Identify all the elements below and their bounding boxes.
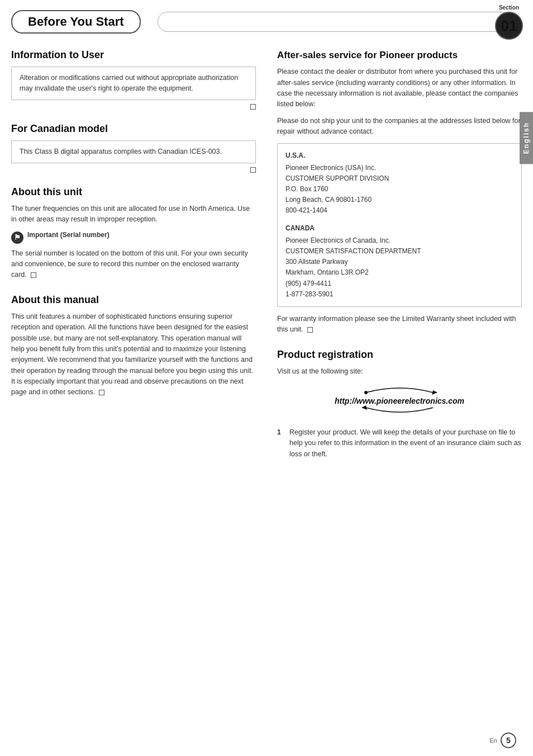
canada-title: CANADA <box>285 223 513 234</box>
page-header: Before You Start Section 01 <box>0 0 533 34</box>
important-label: Important (Serial number) <box>27 231 110 239</box>
section-badge-area: Section 01 <box>495 4 523 40</box>
after-sales-body1: Please contact the dealer or distributor… <box>277 67 522 110</box>
usa-line-1: Pioneer Electronics (USA) Inc. <box>285 163 513 173</box>
end-square-icon-2 <box>250 167 256 173</box>
left-column: Information to User Alteration or modifi… <box>11 49 272 460</box>
canada-line-2: CUSTOMER SATISFACTION DEPARTMENT <box>285 246 513 257</box>
canadian-model-text: This Class B digital apparatus complies … <box>20 148 222 155</box>
warranty-note: For warranty information please see the … <box>277 314 522 336</box>
canada-line-1: Pioneer Electronics of Canada, Inc. <box>285 235 513 246</box>
page-footer: En 5 <box>490 733 516 748</box>
address-box: U.S.A. Pioneer Electronics (USA) Inc. CU… <box>277 143 522 307</box>
canada-line-6: 1-877-283-5901 <box>285 289 513 300</box>
usa-address-block: U.S.A. Pioneer Electronics (USA) Inc. CU… <box>285 150 513 216</box>
numbered-item-1: 1 Register your product. We will keep th… <box>277 427 522 460</box>
section-number: 01 <box>495 12 523 40</box>
usa-line-2: CUSTOMER SUPPORT DIVISION <box>285 173 513 184</box>
item1-number: 1 <box>277 427 285 460</box>
after-sales-body2: Please do not ship your unit to the comp… <box>277 116 522 138</box>
product-registration-heading: Product registration <box>277 349 522 361</box>
svg-point-1 <box>364 391 368 394</box>
usa-line-5: 800-421-1404 <box>285 205 513 216</box>
item1-text: Register your product. We will keep the … <box>289 427 522 460</box>
info-to-user-text: Alteration or modifications carried out … <box>20 74 238 92</box>
end-square-icon-3 <box>31 272 36 278</box>
about-manual-heading: About this manual <box>11 294 256 306</box>
end-square-icon <box>250 104 256 110</box>
about-manual-text: This unit features a number of sophistic… <box>11 313 253 396</box>
canadian-model-heading: For Canadian model <box>11 123 256 135</box>
about-unit-important-body: The serial number is located on the bott… <box>11 248 256 281</box>
important-note: ⚑ Important (Serial number) <box>11 231 256 244</box>
usa-title: U.S.A. <box>285 150 513 161</box>
url-arrow-above <box>277 382 522 396</box>
svg-marker-2 <box>361 405 367 410</box>
about-unit-heading: About this unit <box>11 186 256 198</box>
page-title: Before You Start <box>11 10 141 34</box>
canada-line-3: 300 Allstate Parkway <box>285 257 513 267</box>
url-arrow-below <box>277 405 522 419</box>
footer-lang: En <box>490 737 497 744</box>
canada-line-5: (905) 479-4411 <box>285 278 513 289</box>
canadian-model-end-marker <box>11 167 256 173</box>
info-to-user-end-marker <box>11 103 256 110</box>
url-container: http://www.pioneerelectronics.com <box>277 382 522 419</box>
warranty-note-text: For warranty information please see the … <box>277 315 516 333</box>
info-to-user-heading: Information to User <box>11 49 256 61</box>
usa-line-4: Long Beach, CA 90801-1760 <box>285 195 513 205</box>
canadian-model-box: This Class B digital apparatus complies … <box>11 140 256 163</box>
right-column: After-sales service for Pioneer products… <box>272 49 522 460</box>
header-center-pill <box>158 12 511 32</box>
canada-address-block: CANADA Pioneer Electronics of Canada, In… <box>285 223 513 300</box>
after-sales-heading: After-sales service for Pioneer products <box>277 49 522 61</box>
usa-line-3: P.O. Box 1760 <box>285 184 513 195</box>
main-content: Information to User Alteration or modifi… <box>0 39 533 460</box>
sidebar-language-label: English <box>520 112 533 164</box>
canada-line-4: Markham, Ontario L3R OP2 <box>285 267 513 278</box>
svg-marker-0 <box>432 390 437 395</box>
end-square-icon-4 <box>99 390 104 395</box>
end-square-icon-5 <box>307 327 313 333</box>
footer-page-number: 5 <box>501 733 516 748</box>
section-label: Section <box>499 4 519 11</box>
important-icon: ⚑ <box>11 231 23 244</box>
info-to-user-box: Alteration or modifications carried out … <box>11 67 256 100</box>
about-unit-body: The tuner frequencies on this unit are a… <box>11 204 256 225</box>
about-manual-body: This unit features a number of sophistic… <box>11 311 256 398</box>
about-unit-important-text: The serial number is located on the bott… <box>11 249 248 279</box>
site-url[interactable]: http://www.pioneerelectronics.com <box>277 396 522 405</box>
product-registration-intro: Visit us at the following site: <box>277 366 522 377</box>
